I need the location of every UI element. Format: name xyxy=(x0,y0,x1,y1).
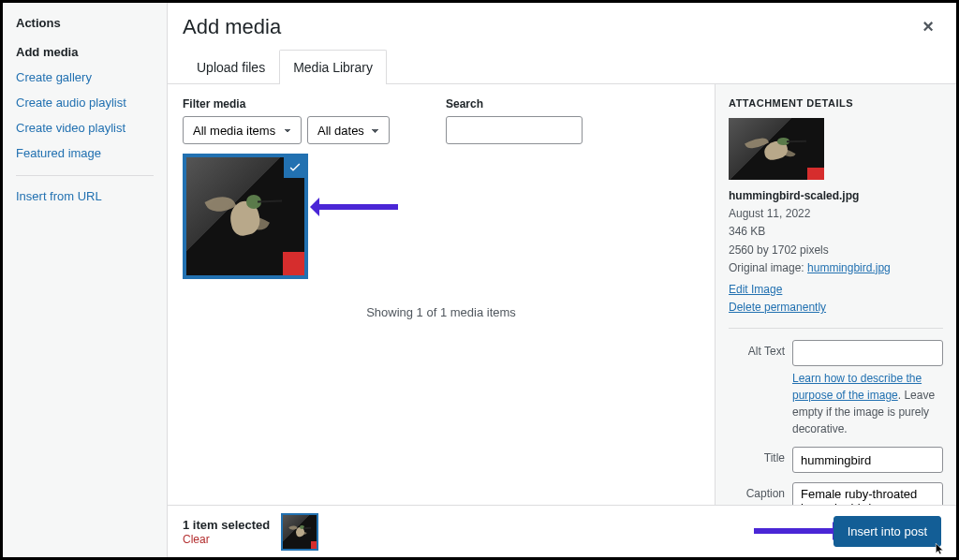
annotation-arrow-icon xyxy=(314,204,398,210)
edit-image-link[interactable]: Edit Image xyxy=(729,281,782,299)
media-thumbnail[interactable] xyxy=(183,154,308,279)
actions-heading: Actions xyxy=(16,16,154,30)
delete-permanently-link[interactable]: Delete permanently xyxy=(729,299,826,317)
media-count-text: Showing 1 of 1 media items xyxy=(183,305,700,319)
attachment-details-panel: ATTACHMENT DETAILS hummingbird-scaled.jp… xyxy=(715,84,956,505)
filter-media-label: Filter media xyxy=(183,97,390,111)
media-tabs: Upload files Media Library xyxy=(168,49,956,84)
alt-text-input[interactable] xyxy=(792,340,943,366)
sidebar-item-create-video-playlist[interactable]: Create video playlist xyxy=(16,115,154,140)
actions-sidebar: Actions Add media Create gallery Create … xyxy=(3,3,168,557)
title-label: Title xyxy=(729,447,785,464)
caption-input[interactable]: Female ruby-throated hummingbird. xyxy=(792,482,943,505)
annotation-arrow-icon xyxy=(754,528,838,534)
sidebar-item-featured-image[interactable]: Featured image xyxy=(16,140,154,166)
search-label: Search xyxy=(446,97,583,111)
original-image-link[interactable]: hummingbird.jpg xyxy=(807,261,891,274)
close-icon[interactable]: × xyxy=(915,12,941,41)
sidebar-item-insert-from-url[interactable]: Insert from URL xyxy=(16,184,154,209)
attachment-preview xyxy=(729,118,824,180)
page-title: Add media xyxy=(183,15,281,39)
selected-check-icon[interactable] xyxy=(284,155,306,178)
attachment-date: August 11, 2022 xyxy=(729,207,810,220)
search-input[interactable] xyxy=(446,116,583,144)
clear-selection-link[interactable]: Clear xyxy=(183,533,210,546)
attachment-filename: hummingbird-scaled.jpg xyxy=(729,189,859,202)
sidebar-item-create-gallery[interactable]: Create gallery xyxy=(16,65,154,90)
tab-media-library[interactable]: Media Library xyxy=(279,50,387,84)
sidebar-item-create-audio-playlist[interactable]: Create audio playlist xyxy=(16,90,154,115)
alt-text-label: Alt Text xyxy=(729,340,785,358)
attachment-details-heading: ATTACHMENT DETAILS xyxy=(729,97,943,109)
selection-thumbnail[interactable] xyxy=(281,513,318,551)
sidebar-item-add-media[interactable]: Add media xyxy=(16,39,154,65)
caption-label: Caption xyxy=(729,482,785,500)
attachment-filesize: 346 KB xyxy=(729,225,765,238)
items-selected-text: 1 item selected xyxy=(183,518,270,532)
media-type-filter[interactable]: All media items xyxy=(183,116,302,144)
media-date-filter[interactable]: All dates xyxy=(307,116,390,144)
sidebar-divider xyxy=(16,175,154,176)
title-input[interactable] xyxy=(792,447,943,473)
original-image-label: Original image: xyxy=(729,261,807,274)
attachment-dimensions: 2560 by 1702 pixels xyxy=(729,243,829,257)
insert-into-post-button[interactable]: Insert into post xyxy=(834,516,941,547)
tab-upload-files[interactable]: Upload files xyxy=(183,50,279,84)
